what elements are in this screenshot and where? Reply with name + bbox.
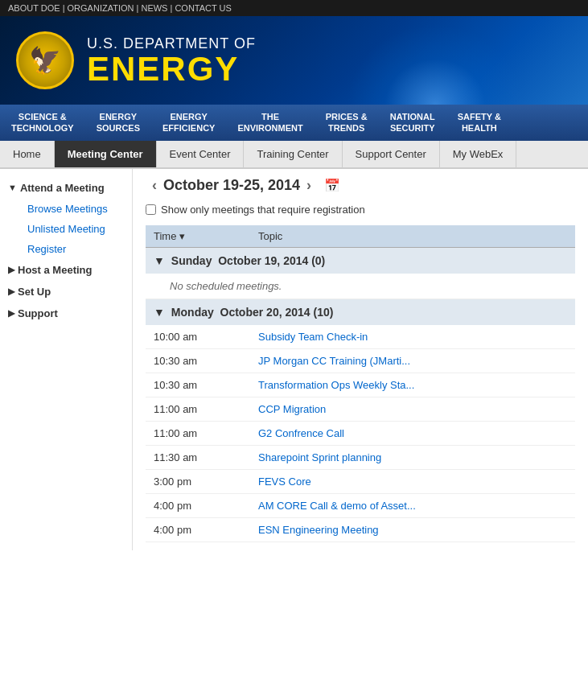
browse-meetings-link[interactable]: Browse Meetings	[27, 203, 108, 215]
table-row: 4:00 pm ESN Engineering Meeting	[146, 517, 575, 541]
table-row: 11:00 am G2 Confrence Call	[146, 421, 575, 445]
table-row: 10:00 am Subsidy Team Check-in	[146, 325, 575, 349]
eagle-icon: 🦅	[29, 45, 61, 76]
monday-date: October 20, 2014 (10)	[220, 306, 334, 319]
sidebar-item-browse[interactable]: Browse Meetings	[16, 199, 132, 219]
tab-home[interactable]: Home	[0, 141, 55, 167]
support-label: Support	[18, 307, 58, 319]
sidebar-host-meeting[interactable]: ▶ Host a Meeting	[0, 259, 132, 281]
meeting-link[interactable]: Sharepoint Sprint planning	[258, 451, 381, 463]
tab-meeting-center[interactable]: Meeting Center	[55, 141, 157, 167]
table-header-row: Time ▾ Topic	[146, 225, 575, 248]
sunday-no-meetings: No scheduled meetings.	[146, 274, 575, 299]
sidebar-setup[interactable]: ▶ Set Up	[0, 281, 132, 303]
sunday-label: Sunday	[171, 254, 212, 267]
no-meetings-text: No scheduled meetings.	[146, 274, 575, 299]
banner-name: ENERGY	[87, 52, 256, 86]
registration-filter-row: Show only meetings that require registra…	[146, 204, 575, 216]
sidebar-item-unlisted[interactable]: Unlisted Meeting	[16, 219, 132, 239]
register-link[interactable]: Register	[27, 243, 66, 255]
meeting-topic: CCP Migration	[250, 397, 575, 421]
meeting-link[interactable]: CCP Migration	[258, 403, 326, 415]
attend-submenu: Browse Meetings Unlisted Meeting Registe…	[0, 199, 132, 259]
tab-nav: Home Meeting Center Event Center Trainin…	[0, 141, 588, 169]
meeting-topic: ESN Engineering Meeting	[250, 517, 575, 541]
monday-row: ▼ Monday October 20, 2014 (10)	[146, 299, 575, 325]
meeting-link[interactable]: AM CORE Call & demo of Asset...	[258, 500, 416, 512]
topbar-links[interactable]: ABOUT DOE | ORGANIZATION | NEWS | CONTAC…	[8, 3, 232, 13]
content-layout: ▼ Attend a Meeting Browse Meetings Unlis…	[0, 169, 588, 550]
meeting-link[interactable]: G2 Confrence Call	[258, 427, 344, 439]
meeting-topic: Transformation Ops Weekly Sta...	[250, 373, 575, 397]
table-row: 4:00 pm AM CORE Call & demo of Asset...	[146, 493, 575, 517]
table-row: 11:00 am CCP Migration	[146, 397, 575, 421]
host-label: Host a Meeting	[18, 264, 92, 276]
registration-checkbox[interactable]	[146, 204, 156, 215]
meeting-time: 4:00 pm	[146, 517, 250, 541]
meeting-link[interactable]: FEVS Core	[258, 476, 311, 488]
nav-science[interactable]: SCIENCE &TECHNOLOGY	[0, 105, 85, 141]
meeting-topic: Subsidy Team Check-in	[250, 325, 575, 349]
sidebar-attend-meeting[interactable]: ▼ Attend a Meeting	[0, 177, 132, 199]
setup-label: Set Up	[18, 286, 51, 298]
table-row: 10:30 am Transformation Ops Weekly Sta..…	[146, 373, 575, 397]
sidebar-support[interactable]: ▶ Support	[0, 303, 132, 324]
main-content: ‹ October 19-25, 2014 › 📅 Show only meet…	[133, 169, 588, 550]
nav-security[interactable]: NATIONALSECURITY	[379, 105, 446, 141]
sunday-date: October 19, 2014 (0)	[218, 254, 325, 267]
banner-text: U.S. DEPARTMENT OF ENERGY	[87, 35, 256, 86]
monday-collapse-icon[interactable]: ▼	[154, 306, 165, 319]
tab-event-center[interactable]: Event Center	[157, 141, 245, 167]
monday-label: Monday	[171, 306, 214, 319]
meeting-topic: JP Morgan CC Training (JMarti...	[250, 348, 575, 373]
meeting-topic: Sharepoint Sprint planning	[250, 445, 575, 469]
meeting-topic: G2 Confrence Call	[250, 421, 575, 445]
meeting-link[interactable]: Subsidy Team Check-in	[258, 331, 368, 343]
tab-my-webex[interactable]: My WebEx	[440, 141, 517, 167]
meeting-time: 11:00 am	[146, 421, 250, 445]
meeting-topic: AM CORE Call & demo of Asset...	[250, 493, 575, 517]
nav-efficiency[interactable]: ENERGYEFFICIENCY	[151, 105, 226, 141]
sunday-row: ▼ Sunday October 19, 2014 (0)	[146, 247, 575, 274]
nav-safety[interactable]: SAFETY &HEALTH	[446, 105, 512, 141]
next-week-button[interactable]: ›	[306, 177, 311, 194]
support-arrow-icon: ▶	[8, 308, 14, 319]
time-header: Time ▾	[146, 225, 250, 248]
date-range: October 19-25, 2014	[163, 177, 300, 194]
banner: 🦅 U.S. DEPARTMENT OF ENERGY	[0, 16, 588, 105]
prev-week-button[interactable]: ‹	[152, 177, 157, 194]
meeting-link[interactable]: Transformation Ops Weekly Sta...	[258, 379, 414, 391]
setup-arrow-icon: ▶	[8, 286, 14, 297]
registration-label: Show only meetings that require registra…	[161, 204, 365, 216]
meeting-topic: FEVS Core	[250, 469, 575, 493]
meeting-time: 10:30 am	[146, 348, 250, 373]
nav-energy-sources[interactable]: ENERGYSOURCES	[85, 105, 151, 141]
doe-logo: 🦅	[16, 31, 74, 89]
nav-environment[interactable]: THEENVIRONMENT	[226, 105, 314, 141]
meeting-link[interactable]: JP Morgan CC Training (JMarti...	[258, 355, 410, 367]
table-row: 11:30 am Sharepoint Sprint planning	[146, 445, 575, 469]
meetings-table: Time ▾ Topic ▼ Sunday October 19, 2014 (…	[146, 225, 575, 542]
main-nav: SCIENCE &TECHNOLOGY ENERGYSOURCES ENERGY…	[0, 105, 588, 141]
attend-arrow-icon: ▼	[8, 183, 17, 192]
meeting-time: 3:00 pm	[146, 469, 250, 493]
meeting-link[interactable]: ESN Engineering Meeting	[258, 524, 379, 536]
sidebar: ▼ Attend a Meeting Browse Meetings Unlis…	[0, 169, 133, 550]
top-bar: ABOUT DOE | ORGANIZATION | NEWS | CONTAC…	[0, 0, 588, 16]
meeting-time: 4:00 pm	[146, 493, 250, 517]
meeting-time: 11:30 am	[146, 445, 250, 469]
host-arrow-icon: ▶	[8, 265, 14, 275]
tab-support-center[interactable]: Support Center	[343, 141, 440, 167]
table-row: 10:30 am JP Morgan CC Training (JMarti..…	[146, 348, 575, 373]
calendar-icon[interactable]: 📅	[324, 178, 340, 193]
meeting-time: 11:00 am	[146, 397, 250, 421]
nav-prices[interactable]: PRICES &TRENDS	[315, 105, 379, 141]
table-row: 3:00 pm FEVS Core	[146, 469, 575, 493]
sunday-collapse-icon[interactable]: ▼	[154, 254, 165, 267]
date-navigation: ‹ October 19-25, 2014 › 📅	[146, 177, 575, 194]
meeting-time: 10:30 am	[146, 373, 250, 397]
attend-label: Attend a Meeting	[20, 182, 105, 194]
unlisted-meeting-link[interactable]: Unlisted Meeting	[27, 223, 105, 235]
tab-training-center[interactable]: Training Center	[244, 141, 342, 167]
sidebar-item-register[interactable]: Register	[16, 239, 132, 259]
